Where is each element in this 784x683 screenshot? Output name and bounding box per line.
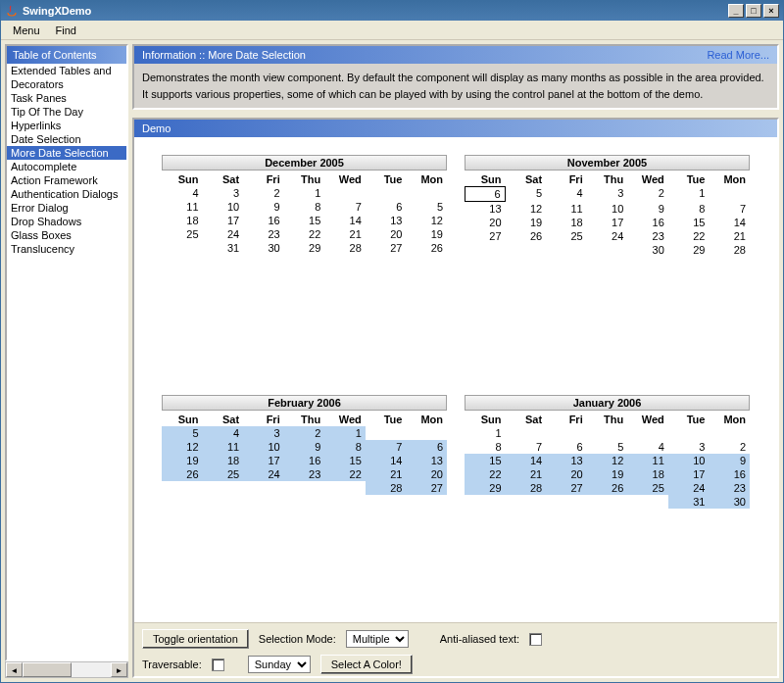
day-cell[interactable]: 26 xyxy=(406,241,447,255)
day-cell[interactable]: 1 xyxy=(465,426,506,440)
toc-item[interactable]: Glass Boxes xyxy=(7,228,126,242)
day-cell[interactable]: 18 xyxy=(203,454,244,467)
day-cell[interactable]: 16 xyxy=(627,216,668,229)
day-cell[interactable]: 7 xyxy=(709,202,750,216)
selection-mode-select[interactable]: Multiple xyxy=(346,630,409,648)
day-cell[interactable]: 14 xyxy=(709,216,750,229)
day-cell[interactable]: 17 xyxy=(668,467,710,481)
menu-find[interactable]: Find xyxy=(48,24,84,36)
month-view[interactable]: February 2006SunSatFriThuWedTueMon543211… xyxy=(162,395,447,623)
day-cell[interactable]: 13 xyxy=(465,202,506,216)
day-cell[interactable]: 10 xyxy=(243,440,284,454)
day-cell[interactable]: 12 xyxy=(587,454,628,467)
day-cell[interactable]: 1 xyxy=(668,186,710,202)
day-cell[interactable]: 24 xyxy=(203,227,244,241)
scroll-thumb[interactable] xyxy=(23,662,72,677)
read-more-link[interactable]: Read More... xyxy=(707,49,769,61)
day-cell[interactable]: 10 xyxy=(587,202,628,216)
day-cell[interactable]: 15 xyxy=(668,216,710,229)
day-cell[interactable]: 11 xyxy=(627,454,668,467)
toc-item[interactable]: Date Selection xyxy=(7,132,126,146)
day-cell[interactable]: 3 xyxy=(243,426,284,440)
day-cell[interactable]: 12 xyxy=(406,214,447,227)
day-cell[interactable]: 3 xyxy=(668,440,710,454)
day-cell[interactable]: 15 xyxy=(284,214,325,227)
day-cell[interactable]: 16 xyxy=(243,214,284,227)
minimize-button[interactable]: _ xyxy=(728,4,744,18)
day-cell[interactable]: 7 xyxy=(506,440,547,454)
day-cell[interactable]: 28 xyxy=(506,481,547,495)
day-cell[interactable]: 21 xyxy=(366,467,407,481)
day-cell[interactable]: 2 xyxy=(709,440,750,454)
toc-item[interactable]: Action Framework xyxy=(7,173,126,187)
day-cell[interactable]: 24 xyxy=(243,467,284,481)
day-cell[interactable]: 5 xyxy=(506,186,547,202)
day-cell[interactable]: 7 xyxy=(366,440,407,454)
day-cell[interactable]: 25 xyxy=(546,229,587,243)
day-cell[interactable]: 25 xyxy=(203,467,244,481)
day-cell[interactable]: 28 xyxy=(709,243,750,257)
day-cell[interactable]: 18 xyxy=(546,216,587,229)
day-cell[interactable]: 6 xyxy=(366,200,407,214)
toc-item[interactable]: Hyperlinks xyxy=(7,119,126,132)
day-cell[interactable]: 2 xyxy=(627,186,668,202)
toc-item[interactable]: Translucency xyxy=(7,242,126,256)
scroll-left-icon[interactable]: ◄ xyxy=(6,662,23,677)
toc-item[interactable]: Tip Of The Day xyxy=(7,105,126,119)
day-cell[interactable]: 4 xyxy=(162,186,203,200)
day-cell[interactable]: 4 xyxy=(203,426,244,440)
day-cell[interactable]: 23 xyxy=(709,481,750,495)
day-cell[interactable]: 25 xyxy=(162,227,203,241)
toc-item[interactable]: More Date Selection xyxy=(7,146,126,160)
day-cell[interactable]: 21 xyxy=(709,229,750,243)
day-cell[interactable]: 21 xyxy=(324,227,366,241)
anti-aliased-checkbox[interactable] xyxy=(529,633,542,646)
day-cell[interactable]: 17 xyxy=(203,214,244,227)
day-cell[interactable]: 10 xyxy=(203,200,244,214)
day-cell[interactable]: 21 xyxy=(506,467,547,481)
month-view[interactable]: December 2005SunSatFriThuWedTueMon432111… xyxy=(162,155,447,383)
day-cell[interactable]: 8 xyxy=(465,440,506,454)
month-view[interactable]: January 2006SunSatFriThuWedTueMon1876543… xyxy=(465,395,750,623)
day-cell[interactable]: 16 xyxy=(709,467,750,481)
day-cell[interactable]: 12 xyxy=(162,440,203,454)
day-cell[interactable]: 8 xyxy=(668,202,710,216)
day-cell[interactable]: 4 xyxy=(627,440,668,454)
day-cell[interactable]: 22 xyxy=(668,229,710,243)
maximize-button[interactable]: □ xyxy=(746,4,761,18)
day-cell[interactable]: 22 xyxy=(284,227,325,241)
day-cell[interactable]: 1 xyxy=(324,426,366,440)
day-cell[interactable]: 29 xyxy=(668,243,710,257)
day-cell[interactable]: 23 xyxy=(243,227,284,241)
day-cell[interactable]: 19 xyxy=(587,467,628,481)
day-cell[interactable]: 6 xyxy=(546,440,587,454)
day-cell[interactable]: 27 xyxy=(406,481,447,495)
day-cell[interactable]: 31 xyxy=(668,495,710,509)
day-cell[interactable]: 20 xyxy=(465,216,506,229)
day-cell[interactable]: 5 xyxy=(406,200,447,214)
sidebar-scrollbar[interactable]: ◄ ► xyxy=(5,661,128,678)
day-cell[interactable]: 9 xyxy=(284,440,325,454)
toggle-orientation-button[interactable]: Toggle orientation xyxy=(142,629,249,649)
day-cell[interactable]: 7 xyxy=(324,200,366,214)
day-cell[interactable]: 16 xyxy=(284,454,325,467)
day-cell[interactable]: 26 xyxy=(587,481,628,495)
day-cell[interactable]: 9 xyxy=(709,454,750,467)
day-cell[interactable]: 28 xyxy=(366,481,407,495)
day-cell[interactable]: 15 xyxy=(465,454,506,467)
day-cell[interactable]: 13 xyxy=(406,454,447,467)
day-cell[interactable]: 30 xyxy=(627,243,668,257)
day-cell[interactable]: 18 xyxy=(162,214,203,227)
day-cell[interactable]: 3 xyxy=(203,186,244,200)
day-cell[interactable]: 27 xyxy=(366,241,407,255)
select-color-button[interactable]: Select A Color! xyxy=(320,655,413,674)
day-cell[interactable]: 9 xyxy=(627,202,668,216)
day-cell[interactable]: 26 xyxy=(162,467,203,481)
day-cell[interactable]: 14 xyxy=(324,214,366,227)
day-cell[interactable]: 1 xyxy=(284,186,325,200)
scroll-track[interactable] xyxy=(72,662,111,677)
day-cell[interactable]: 20 xyxy=(406,467,447,481)
day-cell[interactable]: 25 xyxy=(627,481,668,495)
day-cell[interactable]: 22 xyxy=(324,467,366,481)
day-cell[interactable]: 27 xyxy=(465,229,506,243)
